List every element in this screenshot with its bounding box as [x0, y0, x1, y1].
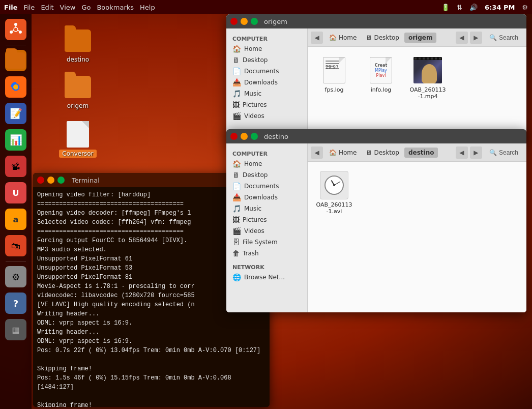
fm-destino-search-btn[interactable]: 🔍 Search: [484, 148, 523, 158]
pictures-icon: 🖼: [232, 101, 240, 109]
music-icon: 🎵: [232, 90, 241, 98]
search-icon-origem: 🔍: [489, 34, 497, 41]
fm-destino-sidebar-music[interactable]: 🎵 Music: [226, 203, 307, 214]
menu-bookmarks[interactable]: Bookmarks: [97, 4, 134, 11]
fm-origem-back-btn[interactable]: ◀: [311, 32, 323, 44]
fm-origem-bread-home[interactable]: 🏠 Home: [325, 33, 361, 43]
fm-destino-sidebar-pictures[interactable]: 🖼 Pictures: [226, 214, 307, 225]
dock-item-software[interactable]: 🛍: [4, 233, 28, 258]
downloads-icon: 📥: [232, 78, 241, 86]
fm-origem-sidebar-documents[interactable]: 📄 Documents: [226, 66, 307, 77]
desktop-icon-conversor[interactable]: Conversor: [55, 121, 101, 158]
dock-item-writer[interactable]: 📝: [4, 101, 28, 126]
fm-destino-sidebar-downloads[interactable]: 📥 Downloads: [226, 192, 307, 203]
fm-destino-maximize-btn[interactable]: [251, 133, 258, 140]
gear-icon[interactable]: ⚙: [522, 4, 528, 11]
fm-file-fps-log[interactable]: 29.97 fps.log: [314, 53, 354, 103]
fm-origem-toolbar: ◀ 🏠 Home 🖥 Desktop origem ◀ ▶: [308, 28, 526, 47]
fm-file-mp4[interactable]: OAB_260113-1.mp4: [407, 53, 448, 103]
fm-origem-sidebar-home[interactable]: 🏠 Home: [226, 43, 307, 54]
fm-destino-sidebar-browse-net[interactable]: 🌐 Browse Net...: [226, 272, 307, 283]
menu-edit[interactable]: Edit: [41, 4, 53, 11]
fm-destino-back-btn[interactable]: ◀: [311, 147, 323, 159]
terminal-close-btn[interactable]: [37, 177, 44, 184]
dock-item-calc[interactable]: 📊: [4, 128, 28, 152]
fm-origem-sidebar-downloads-label: Downloads: [244, 79, 278, 86]
fm-origem-sidebar-music[interactable]: 🎵 Music: [226, 88, 307, 99]
avi-thumb-container: [320, 171, 348, 199]
dock-item-firefox[interactable]: [4, 75, 28, 99]
dock-item-help[interactable]: ?: [4, 291, 28, 315]
fm-origem-main: ◀ 🏠 Home 🖥 Desktop origem ◀ ▶: [308, 28, 526, 141]
mp4-thumb: [413, 56, 442, 84]
destino-music-label: Music: [244, 205, 261, 212]
destino-desktop-icon: 🖥: [232, 171, 240, 179]
fm-file-avi[interactable]: OAB_260113-1.avi: [314, 168, 354, 218]
fm-destino-sidebar: Computer 🏠 Home 🖥 Desktop 📄 Documents 📥 …: [226, 143, 308, 312]
terminal-minimize-btn[interactable]: [47, 177, 54, 184]
calc-icon: 📊: [5, 129, 26, 151]
files-icon: [5, 50, 26, 71]
desktop-bread-icon: 🖥: [366, 34, 372, 41]
destino-documents-label: Documents: [244, 183, 279, 190]
fm-origem-maximize-btn[interactable]: [251, 18, 258, 25]
clock-face: [324, 176, 344, 195]
fm-origem-breadcrumb: 🏠 Home 🖥 Desktop origem: [325, 33, 454, 43]
fm-destino-prev-btn[interactable]: ◀: [456, 147, 468, 159]
desktop-icon-origem[interactable]: origem: [55, 74, 101, 109]
destino-trash-icon: 🗑: [232, 249, 240, 257]
fm-origem-bread-desktop[interactable]: 🖥 Desktop: [362, 33, 403, 43]
menu-help[interactable]: Help: [140, 4, 155, 11]
dock-item-ubuntu-one[interactable]: U: [4, 181, 28, 205]
clock-center-dot: [333, 184, 335, 186]
fm-origem-prev-btn[interactable]: ◀: [456, 32, 468, 44]
fm-origem-minimize-btn[interactable]: [241, 18, 248, 25]
fm-destino-body: Computer 🏠 Home 🖥 Desktop 📄 Documents 📥 …: [226, 143, 526, 312]
fm-origem-sidebar-desktop-label: Desktop: [243, 56, 268, 64]
dock-item-amazon[interactable]: a: [4, 207, 28, 231]
dock-item-settings[interactable]: ⚙: [4, 265, 28, 289]
desktop-icon-destino[interactable]: destino: [55, 27, 101, 63]
fm-origem-sidebar-desktop[interactable]: 🖥 Desktop: [226, 54, 307, 66]
fm-origem-sidebar-pictures-label: Pictures: [243, 101, 267, 108]
terminal-line: Skipping frame!: [37, 401, 265, 407]
fm-destino-sidebar-videos[interactable]: 🎬 Videos: [226, 225, 307, 237]
menu-file[interactable]: File: [24, 4, 35, 11]
fm-origem-close-btn[interactable]: [230, 18, 238, 25]
fm-destino-next-btn[interactable]: ▶: [470, 147, 482, 159]
settings-icon: ⚙: [5, 266, 26, 287]
fm-destino-bread-home[interactable]: 🏠 Home: [325, 148, 361, 158]
fm-origem-computer-label: Computer: [226, 35, 307, 43]
destino-home-icon: 🏠: [232, 160, 241, 168]
fm-origem-next-btn[interactable]: ▶: [470, 32, 482, 44]
fm-origem-sidebar-downloads[interactable]: 📥 Downloads: [226, 77, 307, 88]
fm-origem-sidebar-pictures[interactable]: 🖼 Pictures: [226, 99, 307, 110]
fm-file-info-log[interactable]: Creat MPlay Plavi info.log: [361, 53, 401, 103]
fm-destino-main: ◀ 🏠 Home 🖥 Desktop destino ◀ ▶: [308, 143, 526, 312]
dock-item-workspaces[interactable]: ▦: [4, 317, 28, 342]
fm-destino-sidebar-filesystem[interactable]: 🗄 File System: [226, 237, 307, 248]
fm-destino-minimize-btn[interactable]: [241, 133, 248, 140]
fm-destino-sidebar-home[interactable]: 🏠 Home: [226, 158, 307, 169]
menu-view[interactable]: View: [60, 4, 76, 11]
destino-browse-net-label: Browse Net...: [244, 274, 285, 281]
fm-destino-toolbar: ◀ 🏠 Home 🖥 Desktop destino ◀ ▶: [308, 143, 526, 162]
dock-divider-1: [6, 45, 26, 45]
fm-destino-sidebar-documents[interactable]: 📄 Documents: [226, 181, 307, 192]
fm-destino-breadcrumb: 🏠 Home 🖥 Desktop destino: [325, 148, 454, 158]
menu-go[interactable]: Go: [81, 4, 91, 11]
fm-destino-close-btn[interactable]: [230, 133, 238, 140]
dock-item-ubuntu[interactable]: [4, 17, 28, 42]
terminal-line: ODML: vprp aspect is 16:9.: [37, 337, 265, 346]
destino-videos-label: Videos: [244, 227, 264, 235]
fm-origem-sidebar-videos[interactable]: 🎬 Videos: [226, 110, 307, 122]
fm-origem-search-btn[interactable]: 🔍 Search: [484, 33, 523, 43]
fm-destino-bread-desktop[interactable]: 🖥 Desktop: [362, 148, 403, 158]
fm-destino-sidebar-trash[interactable]: 🗑 Trash: [226, 248, 307, 259]
dock-item-impress[interactable]: 📽: [4, 154, 28, 179]
terminal-maximize-btn[interactable]: [57, 177, 65, 184]
dock-item-files[interactable]: [4, 48, 28, 73]
fm-origem-computer-section: Computer 🏠 Home 🖥 Desktop 📄 Documents 📥 …: [226, 33, 307, 124]
videos-icon: 🎬: [232, 112, 241, 120]
fm-destino-sidebar-desktop[interactable]: 🖥 Desktop: [226, 169, 307, 181]
